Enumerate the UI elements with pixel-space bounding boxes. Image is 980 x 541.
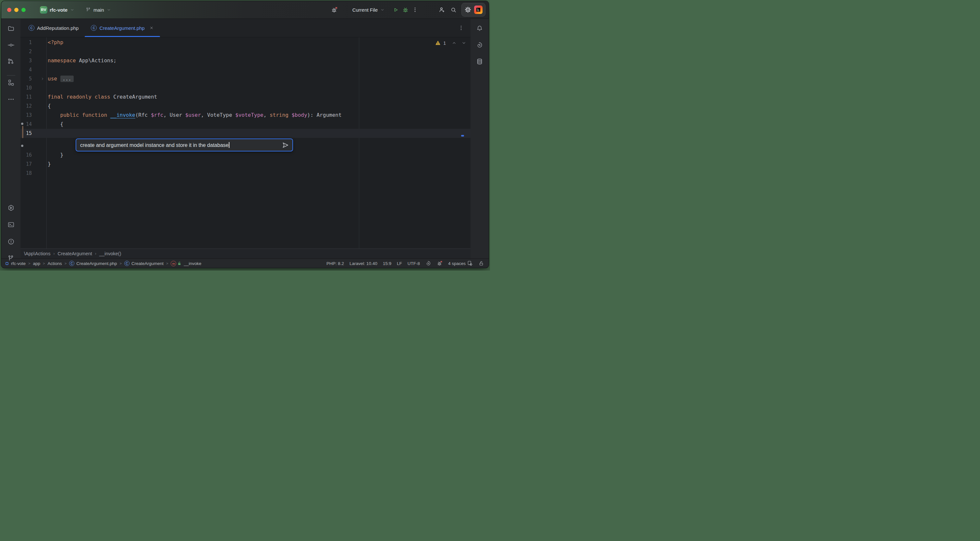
code-line-18[interactable]: 18 — [21, 169, 471, 178]
code-editor[interactable]: 1<?php23namespace App\Actions;45use ...1… — [21, 37, 471, 248]
path-separator: > — [166, 262, 168, 265]
project-widget[interactable]: RV rfc-vote — [40, 6, 75, 14]
code-line-17[interactable]: 17} — [21, 160, 471, 169]
send-prompt-button[interactable] — [282, 141, 289, 149]
code-token: App\Actions; — [79, 57, 116, 63]
line-number[interactable]: 10 — [21, 83, 32, 92]
breadcrumb-item[interactable]: \App\Actions — [24, 251, 50, 256]
line-number[interactable]: 1 — [21, 38, 32, 47]
line-number[interactable]: 18 — [21, 169, 32, 178]
fold-column — [32, 92, 48, 102]
line-number[interactable]: 3 — [21, 56, 32, 65]
line-number[interactable]: 11 — [21, 92, 32, 102]
lock-open-status-icon[interactable] — [478, 260, 484, 266]
line-number[interactable]: 2 — [21, 47, 32, 56]
status-widget-laravel-10-40[interactable]: Laravel: 10.40 — [350, 261, 377, 266]
code-line-5[interactable]: 5use ... — [21, 74, 471, 83]
code-line-3[interactable]: 3namespace App\Actions; — [21, 56, 471, 65]
fold-chevron-icon[interactable] — [40, 76, 45, 81]
status-path-item[interactable]: m__invoke — [171, 261, 201, 266]
code-token: { — [48, 121, 63, 127]
terminal-button[interactable] — [5, 219, 17, 231]
folder-button[interactable] — [5, 23, 17, 34]
code-line-1[interactable]: 1<?php — [21, 38, 471, 47]
code-token: { — [48, 103, 51, 109]
code-line-10[interactable]: 10 — [21, 83, 471, 92]
structure-icon — [8, 79, 14, 86]
inspections-widget[interactable]: 1 — [435, 40, 467, 46]
status-path-item[interactable]: app — [33, 261, 40, 266]
ai-assistant-button[interactable] — [474, 39, 485, 51]
debug-button[interactable] — [401, 5, 410, 14]
more-button[interactable] — [5, 94, 17, 105]
right-tool-stripe — [471, 19, 489, 259]
fold-column — [32, 74, 48, 83]
desktop: RV rfc-vote main Current File — [0, 0, 490, 271]
code-line-2[interactable]: 2 — [21, 47, 471, 56]
code-token: $rfc — [151, 112, 164, 118]
close-window-button[interactable] — [7, 8, 11, 12]
settings-gear-icon[interactable] — [465, 6, 471, 13]
phpstorm-logo[interactable] — [474, 6, 482, 14]
previous-problem-chevron-up-icon[interactable] — [450, 40, 458, 46]
line-number[interactable]: 16 — [21, 151, 32, 160]
fold-column — [32, 65, 48, 74]
tab-options-kebab-icon[interactable] — [458, 25, 464, 31]
project-badge: RV — [40, 6, 48, 14]
breadcrumb-item[interactable]: CreateArgument — [57, 251, 92, 256]
tab-CreateArgument.php[interactable]: CCreateArgument.php — [85, 19, 160, 37]
line-number[interactable]: 5 — [21, 74, 32, 83]
pull-request-button[interactable] — [5, 56, 17, 67]
bell-button[interactable] — [474, 23, 485, 34]
breadcrumb-item[interactable]: __invoke() — [99, 251, 121, 256]
folded-region[interactable]: ... — [60, 76, 74, 82]
ai-assistant-status-icon[interactable] — [425, 260, 431, 266]
folder-icon — [8, 25, 14, 32]
bug-off-status-icon[interactable] — [437, 260, 442, 266]
code-line-4[interactable]: 4 — [21, 65, 471, 74]
caret-stripe-marker[interactable] — [461, 135, 464, 136]
run-button[interactable] — [391, 5, 401, 14]
services-button[interactable] — [5, 202, 17, 214]
status-widget-lf[interactable]: LF — [397, 261, 402, 266]
code-line-15[interactable]: 15 — [21, 129, 471, 138]
status-widget-4-spaces[interactable]: 4 spaces — [448, 260, 473, 266]
search-everywhere-button[interactable] — [449, 5, 458, 14]
status-widget-utf-8[interactable]: UTF-8 — [407, 261, 420, 266]
branch-widget[interactable]: main — [86, 7, 111, 13]
code-line-14[interactable]: 14 { — [21, 120, 471, 129]
line-number[interactable]: 4 — [21, 65, 32, 74]
code-line-11[interactable]: 11final readonly class CreateArgument — [21, 92, 471, 102]
code-text: namespace App\Actions; — [48, 56, 116, 65]
tab-AddReputation.php[interactable]: CAddReputation.php — [22, 19, 85, 37]
line-number[interactable]: 17 — [21, 160, 32, 169]
close-tab-icon[interactable] — [149, 25, 154, 30]
structure-button[interactable] — [5, 77, 17, 89]
status-path-item[interactable]: Actions — [48, 261, 62, 266]
status-widget-15-9[interactable]: 15:9 — [383, 261, 391, 266]
line-number[interactable]: 12 — [21, 102, 32, 111]
status-widget-php-8-2[interactable]: PHP: 8.2 — [326, 261, 344, 266]
run-configuration-selector[interactable]: Current File — [352, 7, 385, 13]
code-with-me-button[interactable] — [437, 5, 447, 14]
next-problem-chevron-down-icon[interactable] — [460, 40, 467, 46]
minimize-window-button[interactable] — [14, 8, 19, 12]
git-branch-button[interactable] — [5, 253, 17, 264]
database-button[interactable] — [474, 56, 485, 67]
inline-prompt-anchor-dot[interactable] — [21, 144, 23, 147]
problems-button[interactable] — [5, 236, 17, 247]
zoom-window-button[interactable] — [21, 8, 25, 12]
more-actions-kebab-icon[interactable] — [410, 5, 420, 14]
status-widget-label: UTF-8 — [407, 261, 420, 266]
debugger-disabled-icon[interactable] — [330, 5, 339, 14]
code-line-13[interactable]: 13 public function __invoke(Rfc $rfc, Us… — [21, 111, 471, 120]
code-line-12[interactable]: 12{ — [21, 102, 471, 111]
inline-prompt-anchor-dot[interactable] — [21, 122, 23, 125]
commit-button[interactable] — [5, 39, 17, 51]
line-number[interactable]: 13 — [21, 111, 32, 120]
code-token: public function — [60, 112, 110, 118]
status-path-item[interactable]: CCreateArgument.php — [69, 261, 117, 266]
status-path-item[interactable]: CCreateArgument — [124, 261, 164, 266]
ai-prompt-input[interactable]: create and argument model instance and s… — [80, 142, 229, 148]
code-line-16[interactable]: 16 } — [21, 151, 471, 160]
